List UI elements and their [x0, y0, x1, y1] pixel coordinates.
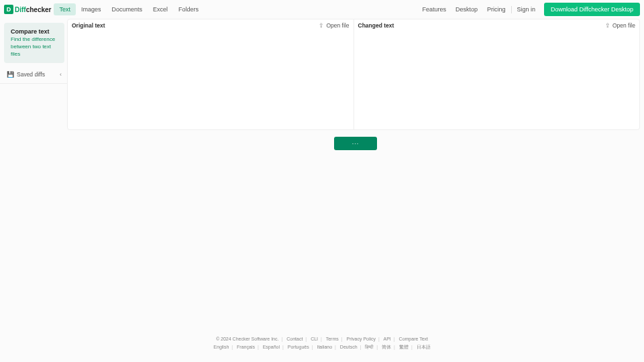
saved-icon: 💾 — [7, 71, 14, 78]
tabs: Text Images Documents Excel Folders — [54, 3, 204, 15]
lang-deutsch[interactable]: Deutsch — [340, 345, 358, 349]
lang-hindi[interactable]: हिन्दी — [365, 345, 374, 349]
sidebar: Compare text Find the differencebetween … — [0, 19, 67, 150]
logo-icon: D — [4, 5, 13, 14]
divider — [511, 6, 512, 13]
nav-pricing[interactable]: Pricing — [482, 6, 511, 13]
lang-zhs[interactable]: 简体 — [382, 345, 391, 349]
find-difference-button[interactable]: ··· — [334, 137, 377, 150]
footer-contact[interactable]: Contact — [286, 337, 303, 341]
card-title: Compare text — [11, 28, 58, 35]
pane-title-original: Original text — [72, 22, 105, 29]
copyright: © 2024 Checker Software Inc. — [216, 337, 278, 341]
footer-row-1: © 2024 Checker Software Inc.| Contact| C… — [0, 335, 644, 343]
footer: © 2024 Checker Software Inc.| Contact| C… — [0, 335, 644, 351]
logo[interactable]: D Diffchecker — [4, 5, 51, 14]
tab-folders[interactable]: Folders — [173, 3, 204, 15]
download-button[interactable]: Download Diffchecker Desktop — [544, 3, 640, 16]
pane-title-changed: Changed text — [358, 22, 394, 29]
footer-row-2: English| Français| Español| Português| I… — [0, 343, 644, 351]
textarea-original[interactable] — [68, 32, 354, 129]
saved-label: Saved diffs — [17, 71, 45, 78]
header: D Diffchecker Text Images Documents Exce… — [0, 0, 644, 19]
upload-icon: ⇪ — [319, 22, 324, 29]
pane-original: Original text ⇪ Open file — [68, 19, 354, 129]
pane-header-right: Changed text ⇪ Open file — [354, 19, 640, 32]
tab-excel[interactable]: Excel — [148, 3, 173, 15]
lang-zht[interactable]: 繁體 — [399, 345, 409, 349]
panes: Original text ⇪ Open file Changed text ⇪… — [67, 19, 640, 130]
footer-compare[interactable]: Compare Text — [399, 337, 428, 341]
textarea-changed[interactable] — [354, 32, 640, 129]
lang-francais[interactable]: Français — [237, 345, 255, 349]
lang-italiano[interactable]: Italiano — [317, 345, 332, 349]
footer-cli[interactable]: CLI — [311, 337, 318, 341]
footer-api[interactable]: API — [384, 337, 391, 341]
editor-wrap: Original text ⇪ Open file Changed text ⇪… — [67, 19, 644, 150]
footer-privacy[interactable]: Privacy Policy — [347, 337, 376, 341]
footer-terms[interactable]: Terms — [326, 337, 339, 341]
header-left: D Diffchecker Text Images Documents Exce… — [4, 3, 204, 15]
header-right: Features Desktop Pricing Sign in Downloa… — [417, 3, 640, 16]
chevron-icon: ‹ — [60, 71, 62, 78]
nav-features[interactable]: Features — [417, 6, 451, 13]
pane-header-left: Original text ⇪ Open file — [68, 19, 354, 32]
lang-english[interactable]: English — [213, 345, 229, 349]
compare-text-card[interactable]: Compare text Find the differencebetween … — [4, 23, 64, 63]
nav-signin[interactable]: Sign in — [513, 6, 541, 13]
card-desc: Find the differencebetween two text file… — [11, 36, 58, 58]
tab-documents[interactable]: Documents — [107, 3, 148, 15]
lang-ja[interactable]: 日本語 — [417, 345, 431, 349]
tab-images[interactable]: Images — [76, 3, 107, 15]
open-file-original[interactable]: ⇪ Open file — [319, 22, 349, 29]
logo-text: Diffchecker — [15, 6, 51, 13]
saved-diffs[interactable]: 💾 Saved diffs ‹ — [0, 66, 67, 84]
pane-changed: Changed text ⇪ Open file — [354, 19, 640, 129]
main: Compare text Find the differencebetween … — [0, 19, 644, 150]
lang-portugues[interactable]: Português — [288, 345, 309, 349]
lang-espanol[interactable]: Español — [263, 345, 280, 349]
tab-text[interactable]: Text — [54, 3, 76, 15]
upload-icon: ⇪ — [605, 22, 610, 29]
open-file-changed[interactable]: ⇪ Open file — [605, 22, 635, 29]
nav-desktop[interactable]: Desktop — [451, 6, 482, 13]
